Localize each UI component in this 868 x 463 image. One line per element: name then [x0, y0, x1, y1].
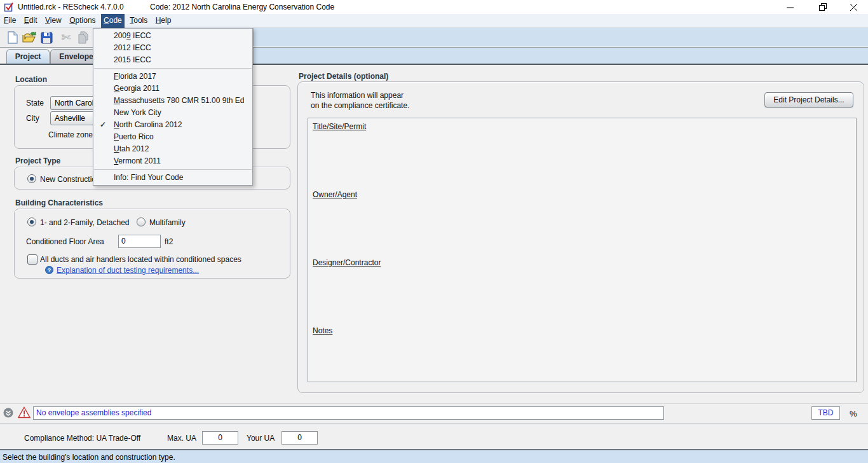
code-menu-georgia-2011[interactable]: Georgia 2011	[93, 83, 252, 95]
family-detached-label: 1- and 2-Family, Detached	[40, 218, 130, 227]
expand-messages-icon[interactable]	[3, 408, 13, 418]
tabstrip-blue-band	[253, 48, 868, 64]
location-heading: Location	[15, 75, 47, 84]
copy-button[interactable]	[76, 30, 91, 45]
save-floppy-icon	[41, 32, 53, 44]
pd-field-designer-contractor: Designer/Contractor	[313, 258, 381, 267]
floor-area-unit: ft2	[165, 237, 173, 246]
title-bar: Untitled.rck - REScheck 4.7.0.0 Code: 20…	[0, 0, 868, 14]
scissors-icon: ✄	[61, 31, 71, 45]
open-folder-icon	[22, 31, 36, 44]
minimize-icon	[787, 4, 794, 11]
save-file-button[interactable]	[39, 30, 54, 45]
new-construction-radio[interactable]	[27, 174, 36, 183]
compliance-message-field[interactable]: No envelope assemblies specified	[33, 406, 664, 420]
pd-info-line2: on the compliance certificate.	[311, 101, 409, 110]
max-ua-field[interactable]: 0	[202, 431, 238, 445]
duct-requirements-link[interactable]: Explanation of duct testing requirements…	[57, 266, 199, 275]
bottom-divider	[0, 424, 868, 424]
code-menu-2012-iecc[interactable]: 2012 IECC	[93, 42, 252, 54]
minimize-button[interactable]	[779, 0, 801, 14]
restore-icon	[819, 3, 827, 11]
status-text: Select the building's location and const…	[3, 453, 175, 462]
menu-separator	[94, 68, 252, 69]
warning-triangle-icon	[18, 406, 31, 418]
code-menu-utah-2012[interactable]: Utah 2012	[93, 143, 252, 155]
project-details-heading: Project Details (optional)	[299, 72, 388, 81]
tab-project[interactable]: Project	[6, 49, 50, 64]
your-ua-label: Your UA	[247, 434, 275, 443]
window-title: Untitled.rck - REScheck 4.7.0.0	[18, 3, 124, 11]
floor-area-input[interactable]: 0	[118, 235, 161, 248]
code-menu-new-york-city[interactable]: New York City	[93, 107, 252, 119]
code-menu-vermont-2011[interactable]: Vermont 2011	[93, 155, 252, 167]
project-details-box: Title/Site/Permit Owner/Agent Designer/C…	[308, 118, 857, 382]
new-construction-label: New Construction	[40, 175, 100, 184]
restore-button[interactable]	[812, 0, 834, 14]
close-icon	[850, 4, 857, 11]
edit-project-details-button[interactable]: Edit Project Details...	[764, 92, 853, 107]
new-file-button[interactable]	[5, 30, 20, 45]
tbd-field[interactable]: TBD	[811, 406, 840, 420]
menu-edit[interactable]: Edit	[22, 14, 40, 28]
code-menu-2015-iecc[interactable]: 2015 IECC	[93, 54, 252, 66]
copy-pages-icon	[78, 31, 89, 44]
compliance-method-label: Compliance Method: UA Trade-Off	[24, 434, 140, 443]
close-button[interactable]	[843, 0, 864, 14]
pd-info-line1: This information will appear	[311, 91, 403, 100]
menu-separator	[94, 169, 252, 170]
max-ua-label: Max. UA	[167, 434, 196, 443]
pd-field-title-site-permit: Title/Site/Permit	[313, 122, 366, 131]
pd-field-notes: Notes	[313, 326, 332, 335]
ducts-label: All ducts and air handlers located withi…	[40, 255, 241, 264]
your-ua-field[interactable]: 0	[281, 431, 318, 445]
multifamily-label: Multifamily	[149, 218, 186, 227]
code-menu-2009-iecc[interactable]: 2009 IECC	[93, 30, 252, 42]
open-file-button[interactable]	[22, 30, 37, 45]
menu-code[interactable]: Code	[101, 14, 125, 28]
percent-label: %	[850, 409, 857, 418]
checkmark-icon: ✓	[100, 119, 110, 131]
building-characteristics-heading: Building Characteristics	[15, 198, 103, 207]
svg-text:?: ?	[48, 267, 51, 273]
multifamily-radio[interactable]	[137, 218, 146, 226]
code-menu-info-find-your-code[interactable]: Info: Find Your Code	[93, 172, 252, 184]
toolbar-blue-band	[253, 28, 868, 46]
code-dropdown-menu: 2009 IECC 2012 IECC 2015 IECC Florida 20…	[93, 28, 253, 186]
code-menu-north-carolina-2012[interactable]: ✓North Carolina 2012	[93, 119, 252, 131]
menu-bar: File Edit View Options Code Tools Help	[0, 14, 868, 28]
code-banner: Code: 2012 North Carolina Energy Conserv…	[150, 3, 334, 11]
menu-file[interactable]: File	[1, 14, 18, 28]
code-menu-massachusetts[interactable]: Massachusetts 780 CMR 51.00 9th Ed	[93, 95, 252, 107]
menu-tools[interactable]: Tools	[127, 14, 150, 28]
family-detached-radio[interactable]	[27, 218, 36, 226]
code-menu-florida-2017[interactable]: Florida 2017	[93, 71, 252, 83]
bottom-panel: No envelope assemblies specified TBD % C…	[0, 403, 868, 450]
new-file-icon	[7, 31, 18, 44]
cut-button[interactable]: ✄	[58, 30, 74, 45]
climate-zone-label: Climate zone:	[48, 130, 95, 139]
ducts-checkbox[interactable]	[27, 254, 37, 265]
help-icon[interactable]: ?	[45, 266, 53, 274]
city-label: City	[26, 114, 39, 123]
menu-help[interactable]: Help	[153, 14, 174, 28]
project-type-heading: Project Type	[15, 156, 60, 165]
menu-options[interactable]: Options	[67, 14, 98, 28]
rescheck-app-icon	[4, 2, 14, 12]
building-characteristics-groupbox: 1- and 2-Family, Detached Multifamily Co…	[14, 209, 290, 279]
status-bar: Select the building's location and const…	[0, 449, 868, 463]
menu-view[interactable]: View	[43, 14, 64, 28]
code-menu-puerto-rico[interactable]: Puerto Rico	[93, 131, 252, 143]
pd-field-owner-agent: Owner/Agent	[313, 190, 357, 199]
floor-area-label: Conditioned Floor Area	[26, 237, 104, 246]
state-label: State	[26, 99, 44, 107]
project-details-groupbox: This information will appear on the comp…	[297, 81, 864, 393]
